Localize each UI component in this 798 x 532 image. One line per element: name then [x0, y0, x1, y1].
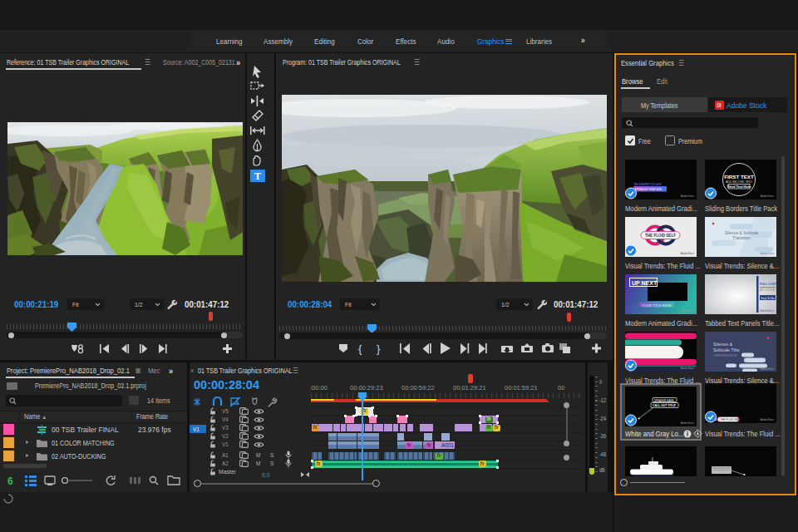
svg-text:Third Text Here: Third Text Here — [727, 185, 751, 189]
svg-text:Transition: Transition — [732, 235, 751, 240]
svg-text:AdobeStock: AdobeStock — [681, 252, 695, 255]
svg-text:FIRST TEXT: FIRST TEXT — [724, 174, 754, 180]
svg-text:AdobeStock: AdobeStock — [681, 309, 695, 313]
svg-text:AdobeStock: AdobeStock — [761, 367, 775, 371]
svg-text:Easy To Use: Easy To Use — [761, 297, 776, 300]
svg-text:AdobeStock: AdobeStock — [761, 252, 775, 255]
svg-text:THE FLUID SELF: THE FLUID SELF — [645, 234, 676, 238]
svg-text:THE FLUID SELF: THE FLUID SELF — [720, 418, 741, 421]
svg-text:Silence &: Silence & — [713, 342, 733, 347]
svg-text:AdobeStock: AdobeStock — [681, 195, 695, 198]
svg-text:FULL CONTROL: FULL CONTROL — [760, 283, 776, 286]
svg-text:MODERN TITLES: MODERN TITLES — [634, 182, 662, 186]
svg-text:LOREM IPSUM DOLOR: LOREM IPSUM DOLOR — [713, 354, 736, 357]
svg-text:ANY COLOURS: ANY COLOURS — [760, 288, 776, 292]
svg-text:UP NEXT: UP NEXT — [632, 280, 658, 286]
svg-text:}: } — [377, 342, 381, 355]
svg-text:AdobeStock: AdobeStock — [761, 309, 775, 313]
svg-text:T: T — [254, 170, 261, 182]
svg-text:Solitude Title: Solitude Title — [713, 347, 740, 352]
svg-text:AdobeStock: AdobeStock — [761, 195, 775, 198]
svg-text:AdobeStock: AdobeStock — [681, 367, 695, 370]
svg-text:{: { — [358, 342, 362, 355]
svg-text:AdobeStock: AdobeStock — [681, 421, 695, 425]
svg-text:YOUR TITLE HERE: YOUR TITLE HERE — [642, 303, 672, 308]
svg-text:PREMIUM TEMPLATE: PREMIUM TEMPLATE — [635, 188, 662, 191]
svg-text:6: 6 — [7, 475, 13, 487]
svg-text:AdobeStock: AdobeStock — [761, 418, 775, 421]
svg-text:CALL-OUT TITLE: CALL-OUT TITLE — [653, 404, 676, 407]
svg-text:SPEAKER NAME: SPEAKER NAME — [654, 399, 674, 402]
svg-text:ADD SECOND TEXT: ADD SECOND TEXT — [726, 180, 752, 184]
